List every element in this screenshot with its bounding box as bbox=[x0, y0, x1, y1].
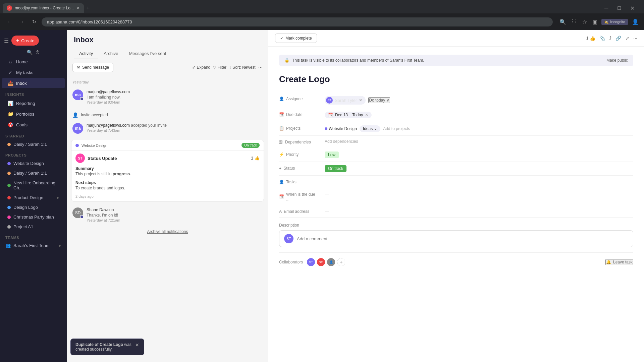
sidebar-item-inbox[interactable]: 📥 Inbox bbox=[2, 78, 65, 88]
search-icon[interactable]: 🔍 bbox=[558, 17, 568, 26]
sidebar-item-my-tasks[interactable]: ✓ My tasks bbox=[2, 67, 65, 77]
tab-archive-label: Archive bbox=[104, 51, 118, 56]
browser-toolbar-actions: 🔍 🛡 ☆ ▣ 🕵 Incognito 👤 bbox=[558, 17, 640, 26]
profile-icon[interactable]: 👤 bbox=[631, 17, 640, 26]
archive-all-link[interactable]: Archive all notifications bbox=[147, 229, 188, 234]
expand-button[interactable]: ⤢ bbox=[625, 36, 629, 41]
bookmark-icon[interactable]: ☆ bbox=[581, 17, 588, 26]
assignee-label: 👤 Assignee bbox=[279, 96, 319, 101]
back-button[interactable]: ← bbox=[4, 18, 14, 26]
sidebar-menu-button[interactable]: ☰ bbox=[4, 38, 9, 44]
due-date-chip[interactable]: 📅 Dec 13 – Today ✕ bbox=[325, 112, 372, 118]
sidebar-item-product-design[interactable]: Product Design ▶ bbox=[2, 193, 65, 202]
minimize-button[interactable]: ─ bbox=[602, 4, 611, 12]
ideas-chip[interactable]: Ideas ∨ bbox=[360, 125, 380, 132]
send-message-button[interactable]: ✉ Send message bbox=[72, 63, 113, 72]
shane-message[interactable]: SD Shane Dawson Thanks, I'm on it!! Yest… bbox=[67, 204, 268, 226]
add-dependencies-button[interactable]: Add dependencies bbox=[325, 139, 358, 144]
extension-icon[interactable]: 🛡 bbox=[570, 17, 578, 26]
close-tab-button[interactable]: ✕ bbox=[76, 6, 80, 10]
starred-item-daisy-sarah[interactable]: Daisy / Sarah 1:1 bbox=[2, 140, 65, 149]
like-badge: 1 👍 bbox=[251, 156, 260, 161]
tab-activity[interactable]: Activity bbox=[74, 48, 98, 59]
chevron-down-icon: ∨ bbox=[386, 98, 389, 103]
priority-label: ⚡ Priority bbox=[279, 152, 319, 157]
like-button[interactable]: 👍 bbox=[590, 36, 595, 41]
browser-tab[interactable]: A moodjoy.com inbox - Create Lo... ✕ bbox=[3, 3, 84, 13]
link-button[interactable]: 🔗 bbox=[615, 36, 621, 41]
more-options-button[interactable]: ··· bbox=[258, 64, 263, 70]
portfolios-icon: 📁 bbox=[7, 111, 13, 117]
sidebar-item-project-a1[interactable]: Project A1 bbox=[2, 222, 65, 231]
projects-value: Website Design Ideas ∨ Add to projects bbox=[325, 125, 410, 132]
add-to-projects-button[interactable]: Add to projects bbox=[383, 126, 410, 131]
app-layout: ☰ + Create 🔍 ⏱ ⌂ Home ✓ My tasks 📥 Inbox… bbox=[0, 30, 644, 362]
sidebar-item-design-logo[interactable]: Design Logo bbox=[2, 203, 65, 212]
address-bar[interactable] bbox=[42, 17, 553, 26]
home-icon: ⌂ bbox=[7, 59, 13, 64]
timer-icon[interactable]: ⏱ bbox=[35, 50, 40, 55]
sidebar-item-portfolios[interactable]: 📁 Portfolios bbox=[2, 109, 65, 119]
make-public-button[interactable]: Make public bbox=[606, 58, 628, 63]
do-today-button[interactable]: Do today ∨ bbox=[368, 97, 390, 103]
sidebar-item-goals[interactable]: 🎯 Goals bbox=[2, 120, 65, 130]
sidebar-item-team[interactable]: 👥 Sarah's First Team ▶ bbox=[0, 241, 67, 250]
attachment-button[interactable]: 📎 bbox=[599, 36, 605, 41]
collaborators-avatars: ST SO 👤 + bbox=[307, 258, 345, 266]
status-badge[interactable]: On track bbox=[325, 165, 346, 172]
search-icon[interactable]: 🔍 bbox=[27, 50, 33, 55]
invite-header: 👤 Invite accepted bbox=[67, 110, 268, 120]
priority-badge[interactable]: Low bbox=[325, 152, 339, 158]
window-controls: ─ □ ✕ bbox=[602, 4, 641, 12]
due-date-remove-icon[interactable]: ✕ bbox=[365, 113, 368, 117]
due-date-value: 📅 Dec 13 – Today ✕ bbox=[325, 112, 372, 118]
reload-button[interactable]: ↻ bbox=[30, 18, 39, 26]
maximize-button[interactable]: □ bbox=[615, 4, 624, 12]
status-project-dot bbox=[75, 144, 79, 147]
message-sender: marjun@pageflows.com bbox=[87, 89, 263, 94]
filter-button[interactable]: ▽ Filter bbox=[213, 65, 226, 70]
calendar-small-icon: 📅 bbox=[328, 113, 333, 117]
sidebar-item-website-design[interactable]: Website Design bbox=[2, 159, 65, 168]
close-button[interactable]: ✕ bbox=[628, 4, 637, 12]
task-field-dependencies: ⛓ Dependencies Add dependencies bbox=[279, 136, 633, 148]
sidebar-icon[interactable]: ▣ bbox=[591, 17, 599, 26]
invite-message-item[interactable]: ma marjun@pageflows.com accepted your in… bbox=[67, 120, 268, 137]
project-chip[interactable]: Website Design bbox=[325, 126, 357, 131]
create-button[interactable]: + Create bbox=[11, 36, 39, 46]
create-plus-icon: + bbox=[16, 38, 19, 44]
sidebar-item-home[interactable]: ⌂ Home bbox=[2, 57, 65, 67]
assignee-remove-icon[interactable]: ✕ bbox=[359, 98, 362, 103]
forward-button[interactable]: → bbox=[17, 18, 27, 26]
sidebar-item-christmas-party[interactable]: Christmas Party plan bbox=[2, 213, 65, 222]
sidebar-item-new-hire[interactable]: New Hire Onboarding Ch... bbox=[2, 178, 65, 192]
team-name: Sarah's First Team bbox=[13, 243, 50, 248]
browser-tabs: A moodjoy.com inbox - Create Lo... ✕ + ─… bbox=[0, 0, 644, 13]
toast-close-button[interactable]: ✕ bbox=[135, 342, 139, 348]
leave-task-button[interactable]: 🔔 Leave task bbox=[605, 259, 633, 265]
share-button[interactable]: ⤴ bbox=[609, 36, 611, 41]
new-tab-button[interactable]: + bbox=[84, 4, 92, 12]
due-when-icon: 📅 bbox=[279, 194, 284, 199]
starred-section-header: Starred bbox=[0, 130, 67, 139]
sidebar-item-reporting[interactable]: 📊 Reporting bbox=[2, 98, 65, 108]
assignee-chip[interactable]: ST Sarah Tyler ✕ bbox=[325, 96, 366, 105]
projects-icon: 📋 bbox=[279, 126, 284, 131]
sidebar-item-daisy-sarah-project[interactable]: Daisy / Sarah 1:1 bbox=[2, 169, 65, 178]
goals-icon: 🎯 bbox=[7, 122, 13, 127]
status-update-title: Status Update bbox=[88, 156, 117, 161]
sort-button[interactable]: ↕ Sort: Newest bbox=[229, 65, 256, 70]
tab-title: moodjoy.com inbox - Create Lo... bbox=[15, 6, 74, 10]
message-item[interactable]: ma marjun@pageflows.com I am finalizing … bbox=[67, 86, 268, 108]
project-label: Project A1 bbox=[13, 224, 33, 229]
add-collaborator-button[interactable]: + bbox=[337, 258, 345, 266]
tab-messages-sent[interactable]: Messages I've sent bbox=[124, 48, 172, 59]
tab-archive[interactable]: Archive bbox=[98, 48, 123, 59]
comment-box[interactable]: ST bbox=[279, 230, 633, 247]
more-options-button[interactable]: ··· bbox=[633, 36, 637, 41]
comment-input[interactable] bbox=[297, 236, 628, 241]
expand-button[interactable]: ⤢ Expand bbox=[192, 65, 211, 70]
mark-complete-button[interactable]: ✓ Mark complete bbox=[275, 34, 317, 43]
task-field-priority: ⚡ Priority Low bbox=[279, 148, 633, 162]
due-when-dash: — bbox=[325, 191, 329, 196]
